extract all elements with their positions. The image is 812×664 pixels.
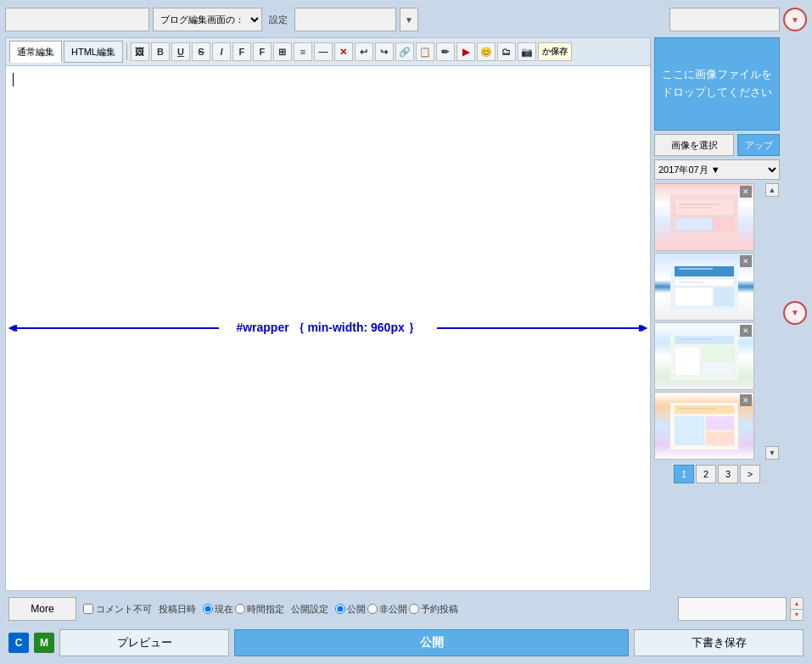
page-btn-1[interactable]: 1 — [674, 465, 694, 483]
page-btn-next[interactable]: > — [740, 465, 760, 483]
sidebar: ここに画像ファイルを ドロップしてください 画像を選択 アップ 2017年07月… — [654, 37, 780, 591]
radio-reserved-label: 予約投稿 — [421, 603, 458, 616]
select-wrap: ブログ編集画面の： — [153, 8, 262, 31]
svg-rect-22 — [706, 416, 734, 430]
arrow-label: #wrapper ｛ min-width: 960px ｝ — [219, 321, 436, 336]
image-list-row: ✕ — [654, 183, 780, 460]
main-wrapper: ブログ編集画面の： 設定 ▼ ▼ 通常編集 HTML編集 🖼 B U S I F… — [0, 0, 812, 664]
top-arrow-button[interactable]: ▼ — [783, 8, 807, 31]
svg-rect-15 — [675, 347, 700, 376]
toolbar-f2-btn[interactable]: F — [253, 42, 272, 61]
dropdown-button[interactable]: ▼ — [400, 8, 418, 31]
image-thumb-3[interactable]: ✕ — [654, 322, 754, 390]
thumb-close-4[interactable]: ✕ — [740, 394, 752, 406]
scroll-down-button[interactable]: ▼ — [765, 446, 779, 460]
thumb-svg-4 — [670, 403, 738, 449]
thumb-svg-3 — [670, 333, 738, 380]
svg-rect-23 — [706, 432, 734, 445]
toolbar-video-btn[interactable]: ▶ — [456, 42, 475, 61]
thumb-close-2[interactable]: ✕ — [740, 255, 752, 267]
draft-button[interactable]: 下書き保存 — [634, 629, 804, 656]
tab-html-edit[interactable]: HTML編集 — [64, 41, 123, 63]
comment-checkbox-item: コメント不可 — [83, 603, 152, 616]
thumb-close-1[interactable]: ✕ — [740, 186, 752, 198]
toolbar-save-btn[interactable]: か保存 — [538, 42, 572, 61]
page-btn-3[interactable]: 3 — [718, 465, 738, 483]
toolbar-link-btn[interactable]: 🔗 — [395, 42, 414, 61]
radio-public[interactable] — [335, 604, 345, 614]
radio-now[interactable] — [203, 604, 213, 614]
spin-up-button[interactable]: ▲ — [790, 597, 804, 610]
toolbar-folder-btn[interactable]: 🗂 — [497, 42, 516, 61]
scroll-up-button[interactable]: ▲ — [765, 183, 779, 197]
image-controls: 画像を選択 アップ — [654, 134, 780, 156]
toolbar-bold-btn[interactable]: B — [151, 42, 170, 61]
arrow-right: ► — [437, 327, 641, 329]
comment-label: コメント不可 — [96, 603, 152, 616]
toolbar-hr-btn[interactable]: — — [314, 42, 333, 61]
toolbar-image-btn[interactable]: 🖼 — [131, 42, 149, 61]
radio-reserved[interactable] — [409, 604, 419, 614]
editor-content[interactable]: ◄ #wrapper ｛ min-width: 960px ｝ ► — [6, 66, 650, 590]
toolbar-delete-btn[interactable]: ✕ — [334, 42, 353, 61]
radio-public-item: 公開 — [335, 603, 366, 616]
svg-rect-20 — [675, 405, 734, 414]
toolbar-align-btn[interactable]: ≡ — [294, 42, 312, 61]
comment-checkbox[interactable] — [83, 604, 93, 614]
toolbar-f1-btn[interactable]: F — [232, 42, 251, 61]
image-drop-area[interactable]: ここに画像ファイルを ドロップしてください — [654, 37, 780, 131]
image-thumb-1[interactable]: ✕ — [654, 183, 754, 251]
toolbar-photo-btn[interactable]: 📷 — [518, 42, 536, 61]
sidebar-right-arrow[interactable]: ▼ — [783, 301, 807, 325]
page-select[interactable]: ブログ編集画面の： — [153, 8, 262, 31]
image-thumb-4[interactable]: ✕ — [654, 392, 754, 460]
toolbar-italic-btn[interactable]: I — [212, 42, 231, 61]
publish-button[interactable]: 公開 — [234, 629, 629, 656]
image-thumb-2[interactable]: ✕ — [654, 253, 754, 321]
radio-scheduled[interactable] — [235, 604, 245, 614]
sidebar-right-scroll: ▼ — [783, 37, 807, 591]
thumb-svg-1 — [670, 194, 738, 241]
radio-public-label: 公開 — [347, 603, 366, 616]
thumb-placeholder-1 — [655, 184, 753, 250]
radio-scheduled-label: 時間指定 — [247, 603, 284, 616]
thumb-close-3[interactable]: ✕ — [740, 325, 752, 337]
top-right-input[interactable] — [669, 8, 780, 31]
spin-down-button[interactable]: ▼ — [790, 610, 804, 622]
radio-scheduled-item: 時間指定 — [235, 603, 284, 616]
toolbar-emoji-btn[interactable]: 😊 — [477, 42, 496, 61]
page-btn-2[interactable]: 2 — [696, 465, 716, 483]
top-middle-input[interactable] — [294, 8, 396, 31]
publish-radio-group: 公開 非公開 予約投稿 — [335, 603, 458, 616]
more-button[interactable]: More — [8, 597, 76, 621]
tab-normal-edit[interactable]: 通常編集 — [9, 41, 62, 63]
arrow-left: ◄ — [14, 327, 219, 329]
action-bar: C M プレビュー 公開 下書き保存 — [5, 627, 807, 659]
thumb-placeholder-4 — [655, 393, 753, 459]
post-date-radio-group: 現在 時間指定 — [203, 603, 284, 616]
toolbar-underline-btn[interactable]: U — [171, 42, 190, 61]
post-date-label: 投稿日時 — [159, 603, 196, 616]
radio-now-label: 現在 — [215, 603, 233, 616]
toolbar-redo-btn[interactable]: ↪ — [375, 42, 394, 61]
toolbar-edit-btn[interactable]: ✏ — [436, 42, 455, 61]
toolbar-clipboard-btn[interactable]: 📋 — [416, 42, 434, 61]
arrow-overlay: ◄ #wrapper ｛ min-width: 960px ｝ ► — [6, 321, 650, 336]
thumb-svg-2 — [670, 264, 738, 310]
svg-rect-3 — [714, 218, 734, 231]
radio-private[interactable] — [367, 604, 378, 614]
top-left-input[interactable] — [5, 8, 149, 31]
upload-button[interactable]: アップ — [737, 134, 780, 156]
month-select[interactable]: 2017年07月 ▼ — [654, 159, 780, 180]
toolbar-separator — [126, 43, 127, 60]
toolbar-table-btn[interactable]: ⊞ — [273, 42, 292, 61]
svg-rect-7 — [675, 266, 734, 276]
toolbar: 通常編集 HTML編集 🖼 B U S I F F ⊞ ≡ — ✕ ↩ ↪ 🔗 … — [6, 38, 650, 66]
thumb-placeholder-3 — [655, 323, 753, 389]
editor-cursor — [13, 73, 14, 86]
select-image-button[interactable]: 画像を選択 — [654, 134, 734, 156]
preview-button[interactable]: プレビュー — [59, 629, 229, 656]
counter-display — [678, 597, 787, 621]
toolbar-strike-btn[interactable]: S — [192, 42, 210, 61]
toolbar-undo-btn[interactable]: ↩ — [355, 42, 373, 61]
